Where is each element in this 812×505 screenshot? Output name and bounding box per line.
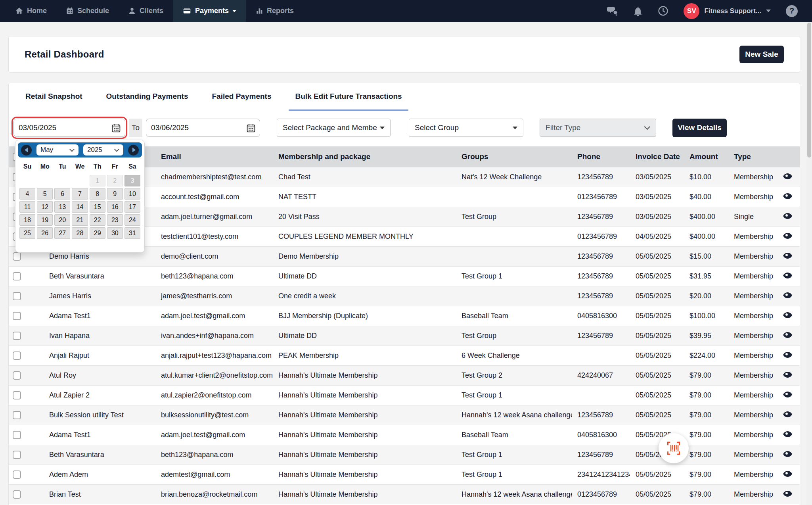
calendar-day[interactable]: 21 (72, 214, 88, 226)
email-cell: chadmembershiptest@test.com (155, 167, 273, 187)
scrollbar-thumb[interactable] (807, 23, 811, 157)
group-select[interactable]: Select Group (409, 119, 523, 137)
email-cell: atul.kumar+client2@onefitstop.com (155, 365, 273, 385)
calendar-day[interactable]: 26 (37, 227, 53, 239)
view-row-icon[interactable] (783, 352, 792, 358)
view-details-button[interactable]: View Details (672, 119, 727, 137)
calendar-icon[interactable] (111, 123, 121, 133)
calendar-day[interactable]: 25 (19, 227, 35, 239)
calendar-day[interactable]: 2 (107, 175, 123, 186)
calendar-day[interactable]: 18 (19, 214, 35, 226)
calendar-prev-button[interactable] (21, 145, 32, 156)
row-checkbox[interactable] (13, 371, 21, 380)
row-checkbox[interactable] (13, 451, 21, 459)
row-checkbox[interactable] (13, 332, 21, 340)
invoice-date-cell: 05/05/2025 (630, 365, 684, 385)
year-select[interactable]: 2025 (83, 144, 123, 156)
calendar-day[interactable]: 11 (19, 201, 35, 213)
calendar-day[interactable]: 20 (54, 214, 70, 226)
view-row-icon[interactable] (783, 253, 792, 259)
tab-retail-snapshot[interactable]: Retail Snapshot (19, 83, 89, 111)
row-checkbox[interactable] (13, 431, 21, 439)
view-row-icon[interactable] (783, 491, 792, 497)
calendar-day[interactable]: 14 (72, 201, 88, 213)
history-button[interactable] (658, 6, 668, 16)
account-menu[interactable]: SV Fitness Support... (684, 3, 771, 19)
amount-cell: $100.00 (684, 306, 728, 326)
calendar-icon[interactable] (246, 123, 256, 133)
calendar-next-button[interactable] (128, 145, 139, 156)
tab-outstanding-payments[interactable]: Outstanding Payments (100, 83, 195, 111)
tab-bulk-edit-future-transactions[interactable]: Bulk Edit Future Transactions (289, 83, 408, 111)
row-checkbox[interactable] (13, 411, 21, 419)
calendar-day[interactable]: 24 (124, 214, 140, 226)
nav-reports[interactable]: Reports (246, 0, 303, 22)
email-cell: bulksessionutility@test.com (155, 405, 273, 425)
view-row-icon[interactable] (783, 451, 792, 457)
calendar-day[interactable]: 30 (107, 227, 123, 239)
to-date-input[interactable] (146, 119, 260, 136)
barcode-scanner-fab[interactable] (659, 433, 689, 463)
view-row-icon[interactable] (783, 372, 792, 378)
view-row-icon[interactable] (783, 471, 792, 477)
tab-failed-payments[interactable]: Failed Payments (206, 83, 278, 111)
calendar-day[interactable]: 4 (19, 188, 35, 200)
package-membership-select[interactable]: Select Package and Membership (277, 119, 391, 137)
calendar-day[interactable]: 31 (124, 227, 140, 239)
calendar-day[interactable]: 22 (90, 214, 105, 226)
calendar-day[interactable]: 12 (37, 201, 53, 213)
from-date-input[interactable] (14, 119, 125, 136)
calendar-day[interactable]: 23 (107, 214, 123, 226)
view-row-icon[interactable] (783, 233, 792, 239)
view-row-icon[interactable] (783, 392, 792, 397)
row-checkbox[interactable] (13, 292, 21, 300)
calendar-day[interactable]: 1 (90, 175, 105, 186)
type-cell: Membership (728, 246, 778, 266)
row-checkbox[interactable] (13, 470, 21, 479)
view-row-icon[interactable] (783, 411, 792, 417)
view-row-icon[interactable] (783, 173, 792, 179)
row-checkbox[interactable] (13, 391, 21, 399)
calendar-day[interactable]: 5 (37, 188, 53, 200)
nav-clients[interactable]: Clients (119, 0, 173, 22)
calendar-day[interactable]: 29 (90, 227, 105, 239)
client-name-cell: Atul Zapier 2 (44, 385, 155, 405)
view-row-icon[interactable] (783, 431, 792, 437)
calendar-day[interactable]: 6 (54, 188, 70, 200)
nav-schedule[interactable]: Schedule (56, 0, 119, 22)
calendar-day[interactable]: 10 (124, 188, 140, 200)
calendar-day[interactable]: 16 (107, 201, 123, 213)
calendar-day[interactable]: 19 (37, 214, 53, 226)
new-sale-button[interactable]: New Sale (739, 46, 784, 63)
month-select[interactable]: May (36, 144, 79, 156)
row-checkbox[interactable] (13, 312, 21, 320)
view-row-icon[interactable] (783, 332, 792, 338)
calendar-day[interactable]: 13 (54, 201, 70, 213)
calendar-day[interactable]: 7 (72, 188, 88, 200)
calendar-day[interactable]: 3 (124, 175, 140, 186)
calendar-day[interactable]: 9 (107, 188, 123, 200)
notifications-button[interactable] (633, 6, 643, 16)
calendar-day[interactable]: 28 (72, 227, 88, 239)
page-scrollbar[interactable] (806, 22, 812, 505)
row-checkbox[interactable] (13, 252, 21, 261)
calendar-day[interactable]: 15 (90, 201, 105, 213)
invoice-date-cell: 05/05/2025 (630, 484, 684, 504)
calendar-day[interactable]: 8 (90, 188, 105, 200)
nav-payments[interactable]: Payments (173, 0, 246, 22)
nav-home[interactable]: Home (6, 0, 56, 22)
view-row-icon[interactable] (783, 292, 792, 298)
calendar-day[interactable]: 27 (54, 227, 70, 239)
row-checkbox[interactable] (13, 351, 21, 360)
row-checkbox[interactable] (13, 272, 21, 280)
row-checkbox[interactable] (13, 490, 21, 499)
messages-button[interactable] (607, 6, 618, 16)
help-icon[interactable]: ? (786, 5, 798, 17)
view-row-icon[interactable] (783, 193, 792, 199)
filter-type-select[interactable]: Filter Type (540, 119, 656, 137)
view-row-icon[interactable] (783, 213, 792, 219)
view-row-icon[interactable] (783, 273, 792, 278)
view-row-icon[interactable] (783, 312, 792, 318)
col-type: Type (728, 146, 778, 167)
calendar-day[interactable]: 17 (124, 201, 140, 213)
